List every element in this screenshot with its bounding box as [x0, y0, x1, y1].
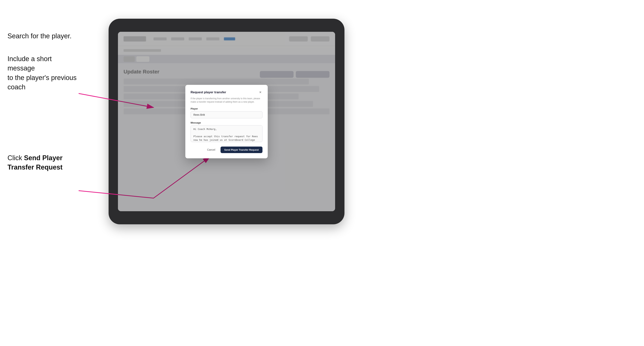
annotation-message-text: Include a short messageto the player's p…	[8, 54, 79, 92]
modal-title: Request player transfer	[190, 90, 226, 94]
tablet-screen: Update Roster Request player transfer ✕ …	[118, 32, 335, 211]
message-textarea[interactable]: Hi Coach McHarg, Please accept this tran…	[190, 125, 262, 142]
tablet-device: Update Roster Request player transfer ✕ …	[108, 19, 344, 224]
annotation-area: Search for the player. Include a short m…	[0, 0, 108, 346]
modal-overlay: Request player transfer ✕ If the player …	[118, 32, 335, 211]
annotation-click-bold: Send PlayerTransfer Request	[8, 154, 62, 171]
annotation-click-text: Click Send PlayerTransfer Request	[8, 153, 79, 172]
modal-description: If the player is transferring from anoth…	[190, 97, 262, 104]
cancel-button[interactable]: Cancel	[204, 147, 218, 153]
modal-header: Request player transfer ✕	[190, 90, 262, 95]
send-transfer-button[interactable]: Send Player Transfer Request	[220, 147, 262, 153]
request-transfer-modal: Request player transfer ✕ If the player …	[185, 85, 268, 158]
modal-close-button[interactable]: ✕	[258, 90, 262, 95]
message-label: Message	[190, 121, 262, 124]
player-label: Player	[190, 107, 262, 110]
player-input[interactable]	[190, 111, 262, 118]
annotation-search-text: Search for the player.	[8, 31, 72, 41]
modal-actions: Cancel Send Player Transfer Request	[190, 147, 262, 153]
